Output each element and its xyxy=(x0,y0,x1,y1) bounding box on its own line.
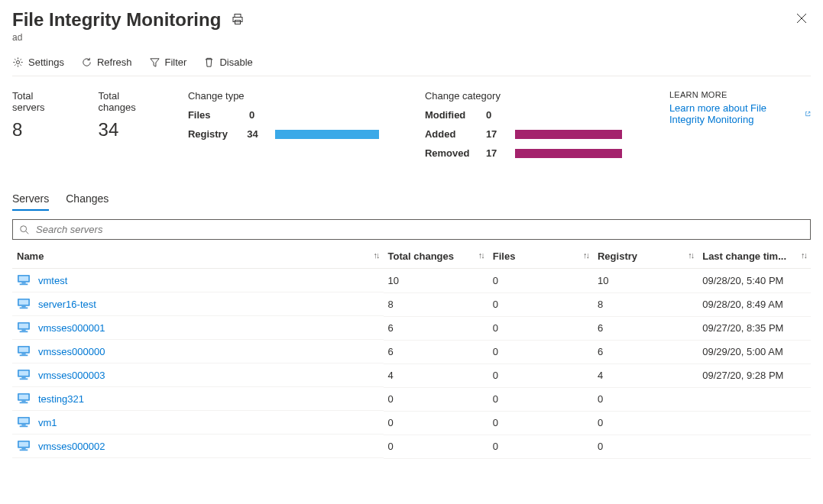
server-link[interactable]: vmsses000003 xyxy=(38,370,105,381)
refresh-button[interactable]: Refresh xyxy=(81,57,132,68)
cell-last-change: 09/27/20, 9:28 PM xyxy=(698,363,811,387)
change-type-row: Registry34 xyxy=(188,128,379,140)
filter-button[interactable]: Filter xyxy=(149,57,187,68)
svg-rect-33 xyxy=(19,418,28,423)
change-category-value: 17 xyxy=(486,147,509,159)
col-header-total-changes[interactable]: Total changes↑↓ xyxy=(384,244,488,269)
svg-rect-11 xyxy=(20,283,28,285)
change-category-block: Change category Modified0Added17Removed1… xyxy=(425,90,624,166)
cell-last-change xyxy=(698,387,811,411)
search-icon xyxy=(19,225,30,235)
change-category-row: Added17 xyxy=(425,128,624,140)
sort-icon: ↑↓ xyxy=(478,250,484,260)
page-title: File Integrity Monitoring xyxy=(12,9,221,31)
cell-files: 0 xyxy=(488,387,593,411)
cell-total-changes: 6 xyxy=(384,316,488,340)
cell-total-changes: 0 xyxy=(384,387,488,411)
print-icon[interactable] xyxy=(232,13,244,27)
cell-registry: 0 xyxy=(593,411,698,435)
svg-rect-19 xyxy=(20,331,28,332)
change-category-bar xyxy=(515,149,622,158)
server-link[interactable]: vm1 xyxy=(38,417,57,428)
server-link[interactable]: vmsses000000 xyxy=(38,346,105,357)
server-link[interactable]: vmsses000002 xyxy=(38,441,105,452)
tabs: Servers Changes xyxy=(12,188,811,212)
svg-rect-39 xyxy=(20,449,28,451)
refresh-label: Refresh xyxy=(97,57,132,68)
total-changes-value: 34 xyxy=(99,119,142,141)
svg-rect-15 xyxy=(20,307,28,309)
change-type-bar xyxy=(275,130,379,139)
total-servers-label: Total servers xyxy=(12,90,53,113)
change-category-value: 0 xyxy=(486,109,509,121)
total-servers-value: 8 xyxy=(12,119,53,141)
close-icon[interactable] xyxy=(792,9,811,30)
svg-rect-21 xyxy=(19,347,28,352)
table-row: vmsses00000060609/29/20, 5:00 AM xyxy=(12,340,811,363)
svg-rect-0 xyxy=(235,14,241,17)
disable-button[interactable]: Disable xyxy=(203,57,252,68)
settings-button[interactable]: Settings xyxy=(12,57,64,68)
cell-files: 0 xyxy=(488,292,593,316)
cell-registry: 10 xyxy=(593,269,698,293)
refresh-icon xyxy=(81,57,92,68)
tab-changes[interactable]: Changes xyxy=(66,188,109,211)
change-type-name: Registry xyxy=(188,128,247,140)
cell-files: 0 xyxy=(488,269,593,293)
change-type-value: 0 xyxy=(249,109,272,121)
cell-total-changes: 0 xyxy=(384,411,488,435)
cell-total-changes: 0 xyxy=(384,435,488,458)
server-icon xyxy=(17,393,31,405)
cell-total-changes: 4 xyxy=(384,363,488,387)
change-type-value: 34 xyxy=(247,128,269,140)
table-row: vmtest1001009/28/20, 5:40 PM xyxy=(12,269,811,293)
col-header-last-change[interactable]: Last change tim...↑↓ xyxy=(698,244,811,269)
cell-total-changes: 8 xyxy=(384,292,488,316)
learn-more-link[interactable]: Learn more about File Integrity Monitori… xyxy=(669,102,811,125)
col-header-registry[interactable]: Registry↑↓ xyxy=(593,244,698,269)
external-link-icon xyxy=(805,109,811,118)
table-row: vmsses00000340409/27/20, 9:28 PM xyxy=(12,363,811,387)
svg-rect-26 xyxy=(21,377,25,379)
table-row: server16-test80809/28/20, 8:49 AM xyxy=(12,292,811,316)
col-header-name[interactable]: Name↑↓ xyxy=(12,244,384,269)
svg-rect-9 xyxy=(19,276,28,281)
svg-point-5 xyxy=(16,60,19,63)
table-row: vm1000 xyxy=(12,411,811,435)
server-link[interactable]: testing321 xyxy=(38,393,84,405)
learn-more-block: LEARN MORE Learn more about File Integri… xyxy=(669,90,811,125)
svg-rect-23 xyxy=(20,354,28,356)
server-link[interactable]: vmtest xyxy=(38,275,67,286)
svg-rect-14 xyxy=(21,306,25,308)
trash-icon xyxy=(203,57,215,68)
table-row: testing321000 xyxy=(12,387,811,411)
search-input[interactable] xyxy=(34,223,804,236)
col-header-files[interactable]: Files↑↓ xyxy=(488,244,593,269)
search-box[interactable] xyxy=(12,219,811,240)
change-category-name: Removed xyxy=(425,147,486,159)
change-type-name: Files xyxy=(188,109,249,121)
server-link[interactable]: vmsses000001 xyxy=(38,322,105,334)
tab-servers[interactable]: Servers xyxy=(12,188,49,211)
subtitle: ad xyxy=(12,32,244,43)
server-icon xyxy=(17,274,31,286)
sort-icon: ↑↓ xyxy=(374,250,379,260)
cell-registry: 6 xyxy=(593,340,698,363)
cell-files: 0 xyxy=(488,316,593,340)
cell-files: 0 xyxy=(488,340,593,363)
change-category-title: Change category xyxy=(425,90,624,102)
server-icon xyxy=(17,440,31,452)
cell-total-changes: 6 xyxy=(384,340,488,363)
server-icon xyxy=(17,345,31,357)
sort-icon: ↑↓ xyxy=(801,250,806,260)
cell-files: 0 xyxy=(488,435,593,458)
change-category-row: Removed17 xyxy=(425,147,624,159)
cell-last-change: 09/29/20, 5:00 AM xyxy=(698,340,811,363)
server-link[interactable]: server16-test xyxy=(38,299,96,310)
cell-files: 0 xyxy=(488,363,593,387)
cell-registry: 4 xyxy=(593,363,698,387)
cell-registry: 8 xyxy=(593,292,698,316)
svg-rect-34 xyxy=(21,425,25,426)
svg-point-6 xyxy=(21,225,27,231)
change-type-row: Files0 xyxy=(188,109,379,121)
